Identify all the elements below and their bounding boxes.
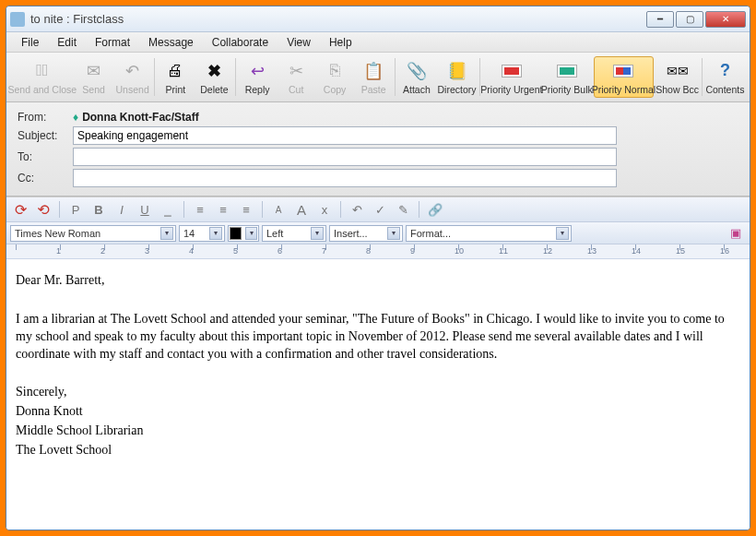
help-icon: ? xyxy=(714,60,736,82)
window-title: to nite : Firstclass xyxy=(30,12,644,26)
chevron-down-icon: ▾ xyxy=(160,227,173,240)
paste-button[interactable]: 📋Paste xyxy=(355,56,392,98)
app-window: to nite : Firstclass ━ ▢ ✕ File Edit For… xyxy=(6,6,750,530)
bold-button[interactable]: B xyxy=(89,200,109,219)
paperclip-icon: 📎 xyxy=(406,60,428,82)
show-bcc-button[interactable]: ✉✉Show Bcc xyxy=(656,56,699,98)
bcc-icon: ✉✉ xyxy=(667,60,689,82)
from-label: From: xyxy=(18,111,73,124)
copy-button[interactable]: ⎘Copy xyxy=(316,56,353,98)
menu-edit[interactable]: Edit xyxy=(50,34,84,51)
titlebar: to nite : Firstclass ━ ▢ ✕ xyxy=(6,6,750,32)
printer-icon: 🖨 xyxy=(164,60,186,82)
font-bigger-button[interactable]: A xyxy=(291,200,312,219)
directory-button[interactable]: 📒Directory xyxy=(437,56,477,98)
menu-file[interactable]: File xyxy=(14,34,46,51)
priority-bulk-icon xyxy=(556,60,578,82)
menu-format[interactable]: Format xyxy=(88,34,137,51)
priority-normal-icon xyxy=(612,60,634,82)
message-headers: From: ♦ Donna Knott-Fac/Staff Subject: T… xyxy=(6,102,750,197)
sig-line-1: Sincerely, xyxy=(16,384,740,401)
strike-button[interactable]: ⎯ xyxy=(158,200,178,219)
font-smaller-button[interactable]: A xyxy=(268,200,289,219)
print-button[interactable]: 🖨Print xyxy=(157,56,194,98)
align-select[interactable]: Left▾ xyxy=(262,225,326,242)
menu-help[interactable]: Help xyxy=(322,34,360,51)
stop-icon[interactable]: ⟳ xyxy=(10,200,30,219)
toolbar: �⃠Send and Close ✉Send ↶Unsend 🖨Print ✖D… xyxy=(6,53,750,102)
delete-icon: ✖ xyxy=(203,60,225,82)
body-paragraph: I am a librarian at The Lovett School an… xyxy=(16,311,740,363)
body-greeting: Dear Mr. Barrett, xyxy=(16,272,740,290)
menu-message[interactable]: Message xyxy=(141,34,201,51)
from-value: Donna Knott-Fac/Staff xyxy=(82,111,199,124)
envelope-icon: ✉ xyxy=(83,60,105,82)
format-toolbar-1: ⟳ ⟳ P B I U ⎯ ≡ ≡ ≡ A A x ↶ ✓ ✎ 🔗 xyxy=(6,197,750,222)
chevron-down-icon: ▾ xyxy=(556,227,569,240)
paste-icon: 📋 xyxy=(362,60,384,82)
envelope-close-icon: �⃠ xyxy=(31,60,53,82)
minimize-button[interactable]: ━ xyxy=(646,11,674,28)
message-body[interactable]: Dear Mr. Barrett, I am a librarian at Th… xyxy=(6,259,750,530)
insert-select[interactable]: Insert...▾ xyxy=(329,225,403,242)
app-icon xyxy=(10,12,25,27)
maximize-button[interactable]: ▢ xyxy=(676,11,703,28)
sig-line-3: Middle School Librarian xyxy=(16,423,740,440)
chevron-down-icon: ▾ xyxy=(311,227,324,240)
check-button[interactable]: ✓ xyxy=(370,200,390,219)
redo-icon[interactable]: ⟳ xyxy=(33,200,53,219)
close-button[interactable]: ✕ xyxy=(705,11,746,28)
link-button[interactable]: 🔗 xyxy=(425,200,445,219)
chevron-down-icon: ▾ xyxy=(387,227,400,240)
italic-button[interactable]: I xyxy=(112,200,132,219)
color-select[interactable]: ▾ xyxy=(228,225,259,242)
priority-urgent-button[interactable]: Priority Urgent xyxy=(483,56,540,98)
user-icon: ♦ xyxy=(73,111,78,124)
undo-button[interactable]: ↶ xyxy=(347,200,367,219)
chevron-down-icon: ▾ xyxy=(245,227,257,240)
subject-label: Subject: xyxy=(18,129,73,142)
contents-button[interactable]: ?Contents xyxy=(705,56,745,98)
plain-button[interactable]: P xyxy=(65,200,86,219)
send-and-close-button[interactable]: �⃠Send and Close xyxy=(11,56,74,98)
cc-label: Cc: xyxy=(18,172,73,185)
attach-button[interactable]: 📎Attach xyxy=(398,56,435,98)
expand-icon[interactable]: ▣ xyxy=(726,224,746,243)
menu-collaborate[interactable]: Collaborate xyxy=(205,34,276,51)
to-label: To: xyxy=(18,150,73,163)
underline-button[interactable]: U xyxy=(135,200,155,219)
color-swatch xyxy=(230,227,242,240)
cc-input[interactable] xyxy=(73,169,617,187)
align-center-button[interactable]: ≡ xyxy=(213,200,233,219)
undo-icon: ↶ xyxy=(122,60,144,82)
to-input[interactable] xyxy=(73,148,617,166)
font-select[interactable]: Times New Roman▾ xyxy=(10,225,176,242)
menubar: File Edit Format Message Collaborate Vie… xyxy=(6,32,750,53)
sig-line-4: The Lovett School xyxy=(16,442,740,459)
ruler[interactable]: 12345678910111213141516 xyxy=(6,244,750,259)
copy-icon: ⎘ xyxy=(324,60,346,82)
reply-icon: ↩ xyxy=(246,60,268,82)
menu-view[interactable]: View xyxy=(279,34,318,51)
delete-button[interactable]: ✖Delete xyxy=(195,56,232,98)
unsend-button[interactable]: ↶Unsend xyxy=(114,56,151,98)
superscript-button[interactable]: x xyxy=(314,200,335,219)
send-button[interactable]: ✉Send xyxy=(76,56,112,98)
align-left-button[interactable]: ≡ xyxy=(190,200,210,219)
align-right-button[interactable]: ≡ xyxy=(236,200,256,219)
clear-button[interactable]: ✎ xyxy=(393,200,413,219)
priority-normal-button[interactable]: Priority Normal xyxy=(594,56,655,98)
directory-icon: 📒 xyxy=(446,60,468,82)
chevron-down-icon: ▾ xyxy=(209,227,222,240)
priority-bulk-button[interactable]: Priority Bulk xyxy=(542,56,592,98)
cut-button[interactable]: ✂Cut xyxy=(278,56,314,98)
sig-line-2: Donna Knott xyxy=(16,403,740,421)
priority-urgent-icon xyxy=(501,60,523,82)
fontsize-select[interactable]: 14▾ xyxy=(179,225,225,242)
format-select[interactable]: Format...▾ xyxy=(406,225,572,242)
scissors-icon: ✂ xyxy=(285,60,307,82)
subject-input[interactable] xyxy=(73,126,617,145)
format-toolbar-2: Times New Roman▾ 14▾ ▾ Left▾ Insert...▾ … xyxy=(6,222,750,244)
reply-button[interactable]: ↩Reply xyxy=(239,56,276,98)
